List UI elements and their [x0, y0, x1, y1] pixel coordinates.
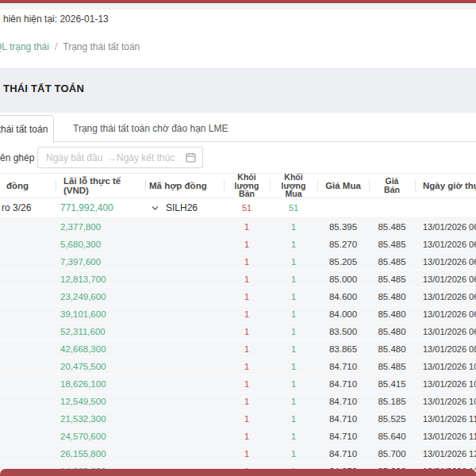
buy-price-cell: 85.205: [317, 257, 369, 267]
sell-qty-cell: 1: [224, 292, 270, 301]
sell-qty-cell: 1: [224, 449, 270, 459]
calendar-icon[interactable]: [186, 152, 196, 163]
trade-row: 42,668,300 1 1 83.865 85.480 13/01/2026 …: [0, 340, 476, 358]
sell-price-cell: 85.480: [369, 344, 415, 354]
sell-qty-cell: 1: [224, 327, 270, 336]
exec-datetime-cell: 13/01/2026 12:00: [415, 449, 476, 459]
pnl-cell: 7,397,600: [56, 257, 145, 267]
sell-qty-cell: 1: [224, 240, 270, 249]
sell-price-cell: 85.480: [369, 327, 415, 336]
tab-settlement-status[interactable]: thái tất toán: [0, 115, 54, 143]
exec-datetime-cell: 13/01/2026 10:29: [415, 362, 476, 371]
top-band: [0, 3, 476, 10]
sell-qty-cell: 1: [224, 274, 270, 284]
sell-qty-cell: 1: [224, 379, 270, 389]
breadcrumb-separator: /: [55, 41, 57, 52]
trade-row: 21,532,300 1 1 84.710 85.525 13/01/2026 …: [0, 410, 476, 428]
range-arrow-icon: →: [108, 153, 117, 163]
contract-group-row[interactable]: ro 3/26 771,992,400 SILH26 51 51: [0, 198, 476, 218]
sell-qty-cell: 1: [224, 344, 270, 354]
buy-qty-cell: 1: [270, 362, 317, 371]
start-date-input[interactable]: [46, 152, 108, 163]
exec-datetime-cell: 13/01/2026 10:34: [415, 379, 476, 389]
sell-price-cell: 85.185: [369, 397, 415, 406]
buy-qty-cell: 1: [270, 414, 317, 424]
pnl-cell: 52,311,600: [56, 327, 145, 336]
buy-qty-cell: 1: [270, 379, 317, 389]
buy-price-cell: 84.710: [317, 449, 369, 459]
buy-price-cell: 84.710: [317, 414, 369, 424]
table-header-row: đồng Lãi lỗ thực tế (VND) Mã hợp đồng Kh…: [0, 173, 476, 198]
buy-price-cell: 85.270: [317, 240, 369, 249]
col-header-exec-datetime: Ngày giờ thực hiện: [415, 174, 476, 198]
trade-row: 24,570,600 1 1 84.710 85.640 13/01/2026 …: [0, 428, 476, 445]
buy-qty-cell: 1: [270, 257, 317, 267]
pnl-cell: 2,377,800: [56, 222, 145, 232]
buy-price-cell: 85.395: [317, 222, 369, 232]
sell-price-cell: 85.485: [369, 240, 415, 249]
contract-code-cell: SILH26: [145, 202, 224, 213]
chevron-down-icon[interactable]: [151, 204, 159, 213]
sell-price-cell: 85.485: [369, 222, 415, 232]
trade-row: 7,397,600 1 1 85.205 85.485 13/01/2026 0…: [0, 253, 476, 271]
buy-price-cell: 84.710: [317, 379, 369, 389]
buy-qty-cell: 1: [270, 292, 317, 301]
sell-price-cell: 85.485: [369, 274, 415, 284]
pnl-cell: 21,532,300: [56, 414, 145, 424]
buy-qty-cell: 1: [270, 432, 317, 441]
breadcrumb-link-status-mgmt[interactable]: QL trạng thái: [0, 41, 49, 52]
pnl-cell: 42,668,300: [56, 344, 145, 354]
trade-row: 12,813,700 1 1 85.000 85.485 13/01/2026 …: [0, 271, 476, 288]
sell-price-cell: 85.700: [369, 449, 415, 459]
end-date-input[interactable]: [117, 152, 180, 163]
breadcrumb-current: Trạng thái tất toán: [63, 41, 140, 52]
exec-datetime-cell: 13/01/2026 06:01: [415, 257, 476, 267]
pnl-cell: 39,101,600: [56, 309, 145, 319]
buy-qty-cell: 1: [270, 240, 317, 249]
sell-price-cell: 85.485: [369, 257, 415, 267]
settlement-table: đồng Lãi lỗ thực tế (VND) Mã hợp đồng Kh…: [0, 173, 476, 476]
sell-qty-cell: 1: [224, 432, 270, 441]
exec-datetime-cell: 13/01/2026 06:05: [415, 274, 476, 284]
buy-price-cell: 84.710: [317, 362, 369, 371]
col-header-contract-code: Mã hợp đồng: [145, 174, 224, 198]
sell-price-cell: 85.525: [369, 414, 415, 424]
trade-row: 18,626,100 1 1 84.710 85.415 13/01/2026 …: [0, 375, 476, 393]
exec-datetime-cell: 13/01/2026 11:11: [415, 414, 476, 424]
trade-row: 2,377,800 1 1 85.395 85.485 13/01/2026 0…: [0, 218, 476, 236]
session-date-label: hiên hiện tại: 2026-01-13: [3, 13, 109, 25]
sell-qty-cell: 1: [224, 257, 270, 267]
sell-price-cell: 85.415: [369, 379, 415, 389]
table-body: 2,377,800 1 1 85.395 85.485 13/01/2026 0…: [0, 218, 476, 476]
buy-price-cell: 85.000: [317, 274, 369, 284]
buy-price-cell: 84.710: [317, 397, 369, 406]
buy-price-cell: 83.500: [317, 327, 369, 336]
tab-settlement-status-lme[interactable]: Trạng thái tất toán chờ đáo hạn LME: [63, 115, 238, 142]
total-pnl-cell: 771,992,400: [56, 202, 145, 213]
buy-qty-cell: 1: [270, 309, 317, 319]
sell-qty-cell: 1: [224, 397, 270, 406]
sell-price-cell: 85.480: [369, 292, 415, 301]
exec-datetime-cell: 13/01/2026 06:15: [415, 327, 476, 336]
col-header-sell-price: Giá Bán: [369, 174, 415, 198]
sell-qty-cell: 1: [224, 222, 270, 232]
date-range-picker[interactable]: →: [37, 147, 203, 168]
col-header-buy-volume: Khối lượng Mua: [270, 174, 317, 198]
page-header-band: THÁI TẤT TOÁN: [0, 68, 476, 113]
contract-code-label: SILH26: [166, 202, 198, 213]
trade-row: 26,155,800 1 1 84.710 85.700 13/01/2026 …: [0, 445, 476, 463]
buy-qty-cell: 1: [270, 344, 317, 354]
exec-datetime-cell: 13/01/2026 10:51: [415, 397, 476, 406]
buy-qty-cell: 1: [270, 327, 317, 336]
pnl-cell: 24,570,600: [56, 432, 145, 441]
buy-qty-cell: 1: [270, 397, 317, 406]
buy-price-cell: 83.865: [317, 344, 369, 354]
col-header-contract-name: đồng: [0, 174, 56, 198]
col-header-sell-volume: Khối lượng Bán: [224, 174, 270, 198]
buy-price-cell: 84.710: [317, 432, 369, 441]
pnl-cell: 20,475,500: [56, 362, 145, 371]
buy-qty-cell: 1: [270, 449, 317, 459]
col-header-buy-price: Giá Mua: [317, 174, 369, 198]
sell-qty-cell: 1: [224, 309, 270, 319]
exec-datetime-cell: 13/01/2026 06:12: [415, 309, 476, 319]
